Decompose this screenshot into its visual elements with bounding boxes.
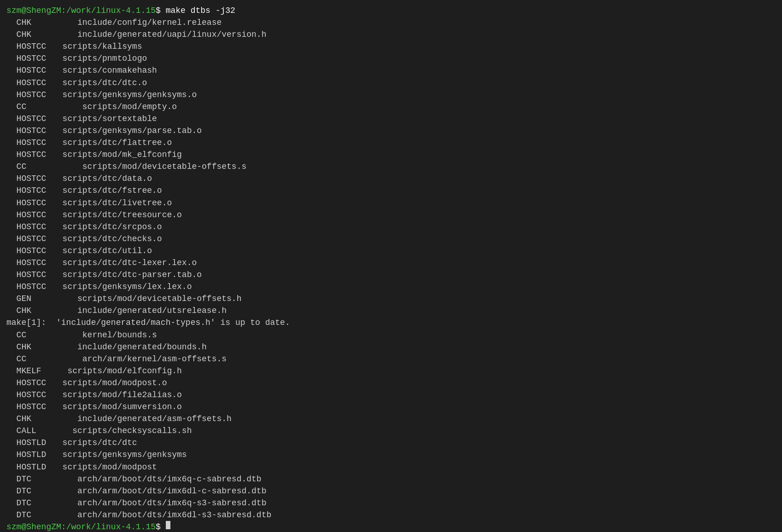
output-line-11: HOSTCC scripts/dtc/flattree.o bbox=[6, 137, 776, 149]
output-line-13: CC scripts/mod/devicetable-offsets.s bbox=[6, 161, 776, 173]
label-hostcc-13: HOSTCC bbox=[6, 209, 53, 221]
output-line-38: HOSTLD scripts/mod/modpost bbox=[6, 461, 776, 473]
path-38: scripts/mod/modpost bbox=[53, 461, 157, 473]
label-cc-4: CC bbox=[6, 353, 53, 365]
output-line-12: HOSTCC scripts/mod/mk_elfconfig bbox=[6, 149, 776, 161]
path-10: scripts/genksyms/parse.tab.o bbox=[53, 125, 202, 137]
output-line-5: HOSTCC scripts/conmakehash bbox=[6, 64, 776, 76]
output-line-33: HOSTCC scripts/mod/sumversion.o bbox=[6, 401, 776, 413]
path-29: arch/arm/kernel/asm-offsets.s bbox=[53, 353, 227, 365]
label-dtc-1: DTC bbox=[6, 473, 53, 485]
path-4: scripts/pnmtologo bbox=[53, 52, 147, 64]
output-line-42: DTC arch/arm/boot/dts/imx6dl-s3-sabresd.… bbox=[6, 509, 776, 521]
output-line-31: HOSTCC scripts/mod/modpost.o bbox=[6, 377, 776, 389]
label-hostcc-22: HOSTCC bbox=[6, 401, 53, 413]
path-16: scripts/dtc/livetree.o bbox=[53, 197, 172, 209]
output-line-14: HOSTCC scripts/dtc/data.o bbox=[6, 173, 776, 185]
cursor-block bbox=[166, 521, 170, 529]
bottom-prompt-user: szm@ShengZM bbox=[6, 521, 61, 532]
path-2: include/generated/uapi/linux/version.h bbox=[53, 29, 266, 40]
path-30: scripts/mod/elfconfig.h bbox=[53, 365, 182, 377]
label-hostcc-8: HOSTCC bbox=[6, 137, 53, 149]
label-hostcc-14: HOSTCC bbox=[6, 221, 53, 233]
output-line-37: HOSTLD scripts/genksyms/genksyms bbox=[6, 449, 776, 461]
label-hostcc-11: HOSTCC bbox=[6, 185, 53, 197]
path-22: scripts/dtc/dtc-parser.tab.o bbox=[53, 269, 202, 281]
output-line-28: CHK include/generated/bounds.h bbox=[6, 341, 776, 353]
path-40: arch/arm/boot/dts/imx6dl-c-sabresd.dtb bbox=[53, 485, 266, 497]
label-chk-2: CHK bbox=[6, 29, 53, 40]
label-gen-1: GEN bbox=[6, 293, 53, 305]
output-line-21: HOSTCC scripts/dtc/dtc-lexer.lex.o bbox=[6, 257, 776, 269]
label-hostcc-19: HOSTCC bbox=[6, 281, 53, 293]
output-line-6: HOSTCC scripts/dtc/dtc.o bbox=[6, 77, 776, 89]
path-6: scripts/dtc/dtc.o bbox=[53, 77, 147, 89]
path-7: scripts/genksyms/genksyms.o bbox=[53, 89, 197, 101]
label-hostcc-7: HOSTCC bbox=[6, 125, 53, 137]
label-hostcc-1: HOSTCC bbox=[6, 40, 53, 52]
path-9: scripts/sortextable bbox=[53, 113, 157, 125]
bottom-prompt-path: :/work/linux-4.1.15 bbox=[61, 521, 156, 532]
path-19: scripts/dtc/checks.o bbox=[53, 233, 162, 245]
path-14: scripts/dtc/data.o bbox=[53, 173, 152, 185]
output-line-19: HOSTCC scripts/dtc/checks.o bbox=[6, 233, 776, 245]
output-line-22: HOSTCC scripts/dtc/dtc-parser.tab.o bbox=[6, 269, 776, 281]
output-line-32: HOSTCC scripts/mod/file2alias.o bbox=[6, 389, 776, 401]
path-37: scripts/genksyms/genksyms bbox=[53, 449, 187, 461]
path-21: scripts/dtc/dtc-lexer.lex.o bbox=[53, 257, 197, 269]
command-line: szm@ShengZM:/work/linux-4.1.15$ make dtb… bbox=[6, 5, 776, 17]
output-line-7: HOSTCC scripts/genksyms/genksyms.o bbox=[6, 89, 776, 101]
label-chk-1: CHK bbox=[6, 17, 53, 29]
output-line-18: HOSTCC scripts/dtc/srcpos.o bbox=[6, 221, 776, 233]
prompt-path: :/work/linux-4.1.15 bbox=[61, 5, 156, 17]
label-hostld-2: HOSTLD bbox=[6, 449, 53, 461]
output-line-30: MKELF scripts/mod/elfconfig.h bbox=[6, 365, 776, 377]
path-34: include/generated/asm-offsets.h bbox=[53, 413, 232, 425]
path-28: include/generated/bounds.h bbox=[53, 341, 207, 353]
output-line-8: CC scripts/mod/empty.o bbox=[6, 101, 776, 113]
path-35: scripts/checksyscalls.sh bbox=[53, 425, 192, 437]
make-special-text: make[1]: 'include/generated/mach-types.h… bbox=[6, 317, 290, 329]
output-line-36: HOSTLD scripts/dtc/dtc bbox=[6, 437, 776, 449]
output-line-27: CC kernel/bounds.s bbox=[6, 329, 776, 341]
path-25: include/generated/utsrelease.h bbox=[53, 305, 227, 317]
label-call-1: CALL bbox=[6, 425, 53, 437]
path-39: arch/arm/boot/dts/imx6q-c-sabresd.dtb bbox=[53, 473, 262, 485]
output-line-10: HOSTCC scripts/genksyms/parse.tab.o bbox=[6, 125, 776, 137]
label-cc-3: CC bbox=[6, 329, 53, 341]
path-24: scripts/mod/devicetable-offsets.h bbox=[53, 293, 241, 305]
path-13: scripts/mod/devicetable-offsets.s bbox=[53, 161, 246, 173]
output-line-20: HOSTCC scripts/dtc/util.o bbox=[6, 245, 776, 257]
path-15: scripts/dtc/fstree.o bbox=[53, 185, 162, 197]
label-chk-4: CHK bbox=[6, 341, 53, 353]
bottom-prompt-symbol: $ bbox=[156, 521, 166, 532]
path-23: scripts/genksyms/lex.lex.o bbox=[53, 281, 192, 293]
output-line-4: HOSTCC scripts/pnmtologo bbox=[6, 52, 776, 64]
label-hostld-1: HOSTLD bbox=[6, 437, 53, 449]
output-line-29: CC arch/arm/kernel/asm-offsets.s bbox=[6, 353, 776, 365]
output-line-25: CHK include/generated/utsrelease.h bbox=[6, 305, 776, 317]
output-line-35: CALL scripts/checksyscalls.sh bbox=[6, 425, 776, 437]
path-33: scripts/mod/sumversion.o bbox=[53, 401, 182, 413]
label-cc-2: CC bbox=[6, 161, 53, 173]
output-line-1: CHK include/config/kernel.release bbox=[6, 17, 776, 29]
label-hostcc-6: HOSTCC bbox=[6, 113, 53, 125]
label-hostcc-15: HOSTCC bbox=[6, 233, 53, 245]
path-17: scripts/dtc/treesource.o bbox=[53, 209, 182, 221]
path-41: arch/arm/boot/dts/imx6q-s3-sabresd.dtb bbox=[53, 497, 266, 509]
label-hostcc-12: HOSTCC bbox=[6, 197, 53, 209]
path-36: scripts/dtc/dtc bbox=[53, 437, 137, 449]
path-8: scripts/mod/empty.o bbox=[53, 101, 177, 113]
label-hostcc-4: HOSTCC bbox=[6, 77, 53, 89]
path-18: scripts/dtc/srcpos.o bbox=[53, 221, 162, 233]
path-20: scripts/dtc/util.o bbox=[53, 245, 152, 257]
path-5: scripts/conmakehash bbox=[53, 64, 157, 76]
label-hostcc-16: HOSTCC bbox=[6, 245, 53, 257]
label-hostcc-2: HOSTCC bbox=[6, 52, 53, 64]
bottom-prompt-line[interactable]: szm@ShengZM:/work/linux-4.1.15$ bbox=[6, 521, 776, 532]
output-line-24: GEN scripts/mod/devicetable-offsets.h bbox=[6, 293, 776, 305]
path-27: kernel/bounds.s bbox=[53, 329, 157, 341]
output-line-17: HOSTCC scripts/dtc/treesource.o bbox=[6, 209, 776, 221]
label-hostld-3: HOSTLD bbox=[6, 461, 53, 473]
label-hostcc-3: HOSTCC bbox=[6, 64, 53, 76]
